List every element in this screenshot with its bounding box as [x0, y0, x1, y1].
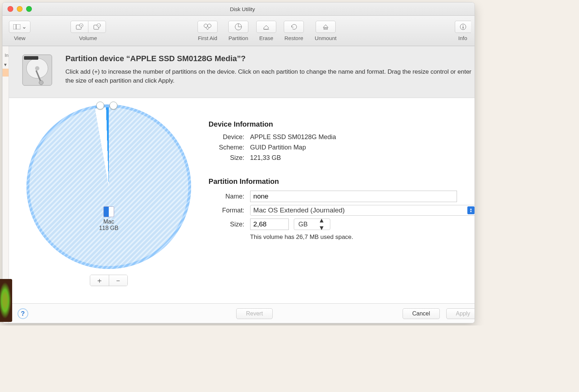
size-unit-select[interactable]: GB ▲▼	[294, 219, 330, 230]
device-info-header: Device Information	[209, 120, 475, 128]
pie-slice-name: Mac	[99, 219, 118, 225]
toolbar-first-aid-label: First Aid	[198, 35, 217, 41]
toolbar-volume-label: Volume	[79, 35, 97, 41]
devsize-value: 121,33 GB	[250, 154, 281, 162]
toolbar-info-label: Info	[458, 35, 467, 41]
partition-button[interactable]	[228, 21, 248, 33]
format-select-value: Mac OS Extended (Journaled)	[253, 206, 345, 214]
svg-point-9	[208, 24, 211, 28]
view-button[interactable]: ⌄	[9, 21, 30, 33]
finder-icon	[103, 206, 114, 217]
minimize-window-button[interactable]	[17, 6, 23, 12]
sheet-footer: ? Revert Cancel Apply	[9, 303, 475, 323]
toolbar: ⌄ View + − Volume First Aid	[3, 16, 475, 46]
first-aid-button[interactable]	[198, 21, 218, 33]
partition-size-input[interactable]	[250, 219, 289, 230]
svg-point-20	[39, 80, 43, 85]
resize-handle-icon[interactable]	[110, 102, 117, 109]
svg-point-18	[35, 66, 39, 70]
pie-slice-size: 118 GB	[99, 225, 118, 231]
sheet-title: Partition device “APPLE SSD SM0128G Medi…	[65, 54, 475, 63]
devsize-label: Size:	[209, 154, 244, 162]
svg-rect-19	[24, 56, 38, 60]
svg-point-8	[204, 24, 208, 28]
window-controls	[8, 6, 32, 12]
svg-rect-0	[13, 24, 16, 29]
remove-partition-button[interactable]: －	[109, 275, 127, 286]
window-title: Disk Utility	[32, 6, 453, 12]
chevron-updown-icon: ▲▼	[314, 217, 329, 232]
toolbar-view-label: View	[14, 35, 25, 41]
disclosure-triangle-icon[interactable]: ▼	[3, 62, 9, 67]
toolbar-erase-label: Erase	[259, 35, 273, 41]
size-label: Size:	[209, 221, 244, 228]
sheet-header: Partition device “APPLE SSD SM0128G Medi…	[9, 46, 475, 98]
scheme-value: GUID Partition Map	[250, 144, 306, 151]
device-label: Device:	[209, 133, 244, 141]
cancel-button[interactable]: Cancel	[403, 308, 440, 319]
add-partition-button[interactable]: ＋	[90, 275, 109, 286]
device-value: APPLE SSD SM0128G Media	[250, 133, 336, 141]
restore-button[interactable]	[284, 21, 304, 33]
add-remove-partition-buttons: ＋ －	[90, 275, 128, 286]
info-button[interactable]	[455, 21, 471, 33]
hard-drive-icon	[18, 53, 57, 88]
apply-button[interactable]: Apply	[446, 308, 475, 319]
sidebar-header: In	[5, 53, 9, 58]
svg-rect-12	[324, 28, 327, 29]
revert-button[interactable]: Revert	[236, 308, 272, 319]
titlebar: Disk Utility	[3, 3, 475, 16]
resize-handle-icon[interactable]	[96, 102, 104, 109]
svg-text:+: +	[80, 24, 82, 27]
disk-utility-window: Disk Utility ⌄ View + − Volume	[2, 2, 475, 323]
used-space-note: This volume has 26,7 MB used space.	[250, 234, 475, 241]
svg-rect-1	[16, 24, 20, 29]
background-window-peek	[0, 279, 12, 322]
name-label: Name:	[209, 193, 244, 200]
sidebar-selected-row[interactable]	[3, 69, 9, 77]
maximize-window-button[interactable]	[26, 6, 32, 12]
partition-name-input[interactable]	[250, 191, 457, 202]
partition-pie-chart[interactable]: Mac 118 GB	[26, 104, 191, 269]
volume-remove-button[interactable]: −	[88, 21, 106, 33]
scheme-label: Scheme:	[209, 144, 244, 151]
toolbar-unmount-label: Unmount	[315, 35, 337, 41]
svg-text:−: −	[98, 24, 99, 27]
format-label: Format:	[209, 207, 244, 214]
partition-info-header: Partition Information	[209, 177, 475, 186]
partition-sheet: Partition device “APPLE SSD SM0128G Medi…	[9, 46, 475, 323]
chevron-updown-icon: ▲▼	[467, 206, 475, 214]
close-window-button[interactable]	[8, 6, 13, 12]
erase-button[interactable]	[256, 21, 276, 33]
svg-point-14	[463, 25, 463, 26]
volume-add-button[interactable]: +	[70, 21, 88, 33]
unmount-button[interactable]	[316, 21, 336, 33]
toolbar-partition-label: Partition	[228, 35, 248, 41]
svg-rect-15	[463, 26, 463, 29]
toolbar-restore-label: Restore	[284, 35, 303, 41]
format-select[interactable]: Mac OS Extended (Journaled) ▲▼	[250, 205, 475, 216]
sheet-description: Click add (+) to increase the number of …	[65, 68, 475, 85]
pie-main-slice-label: Mac 118 GB	[99, 206, 118, 231]
size-unit-value: GB	[294, 221, 312, 228]
help-button[interactable]: ?	[18, 308, 28, 319]
